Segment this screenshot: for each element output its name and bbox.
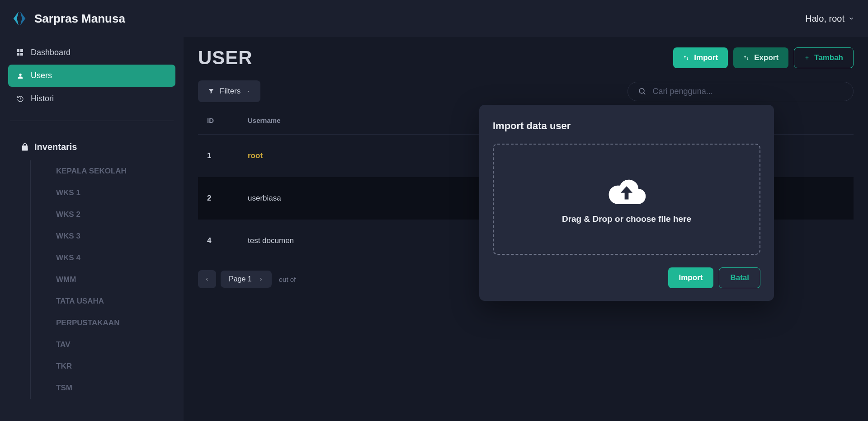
inventaris-item[interactable]: TKR [30, 356, 175, 377]
sidebar-item-dashboard[interactable]: Dashboard [8, 42, 175, 64]
modal-import-button[interactable]: Import [668, 267, 714, 288]
cloud-upload-icon [605, 174, 648, 206]
filters-button[interactable]: Filters [198, 80, 260, 102]
pager-out-of: out of [279, 276, 296, 283]
chevron-left-icon [204, 276, 210, 282]
inventaris-item[interactable]: TATA USAHA [30, 290, 175, 312]
pager-prev-button[interactable] [198, 270, 216, 288]
inventaris-item[interactable]: WKS 1 [30, 182, 175, 204]
dropzone[interactable]: Drag & Drop or choose file here [493, 144, 760, 255]
funnel-icon [208, 88, 214, 94]
topbar: Sarpras Manusa Halo, root [0, 0, 868, 37]
cell-id: 4 [198, 220, 239, 262]
inventaris-item[interactable]: WMM [30, 269, 175, 290]
grid-icon [16, 49, 24, 57]
sidebar-section-inventaris[interactable]: Inventaris [8, 138, 175, 160]
sidebar-divider [10, 121, 174, 121]
import-button[interactable]: Import [673, 47, 728, 68]
header-actions: Import Export Tambah [673, 47, 854, 68]
inventaris-item[interactable]: WKS 3 [30, 225, 175, 247]
svg-rect-2 [17, 53, 19, 56]
sidebar-item-users[interactable]: Users [8, 65, 175, 87]
add-button-label: Tambah [814, 53, 843, 62]
svg-rect-0 [17, 49, 19, 52]
main-content: USER Import Export Tambah Filters [184, 37, 868, 421]
user-menu[interactable]: Halo, root [805, 14, 854, 24]
swap-icon [743, 55, 750, 61]
sidebar-item-label: Users [31, 71, 52, 80]
toolbar: Filters [198, 80, 854, 102]
sidebar-section-label: Inventaris [34, 142, 77, 152]
svg-rect-3 [20, 53, 23, 56]
modal-title: Import data user [493, 120, 760, 132]
pager-page-label: Page 1 [229, 275, 252, 283]
search-input[interactable] [653, 87, 843, 96]
brand-logo-icon [11, 10, 28, 27]
svg-point-4 [19, 73, 21, 75]
history-icon [16, 95, 24, 103]
svg-rect-1 [20, 49, 23, 52]
page-header: USER Import Export Tambah [198, 47, 854, 69]
pager-page-pill[interactable]: Page 1 [221, 271, 272, 288]
import-modal: Import data user Drag & Drop or choose f… [479, 105, 774, 301]
inventaris-item[interactable]: TSM [30, 377, 175, 399]
inventaris-item[interactable]: WKS 4 [30, 247, 175, 269]
modal-actions: Import Batal [493, 267, 760, 288]
filters-button-label: Filters [220, 87, 241, 96]
svg-point-5 [639, 89, 644, 94]
cell-id: 2 [198, 177, 239, 220]
user-greeting: Halo, root [805, 14, 844, 24]
import-button-label: Import [694, 53, 718, 62]
username-link[interactable]: root [248, 151, 263, 160]
inventaris-item[interactable]: KEPALA SEKOLAH [30, 160, 175, 182]
caret-down-icon [246, 89, 250, 94]
dropzone-text: Drag & Drop or choose file here [562, 214, 691, 224]
inventaris-item[interactable]: WKS 2 [30, 204, 175, 225]
add-button[interactable]: Tambah [794, 47, 854, 68]
sidebar-item-histori[interactable]: Histori [8, 88, 175, 110]
export-button-label: Export [754, 53, 778, 62]
th-id: ID [198, 108, 239, 135]
chevron-down-icon [848, 15, 854, 22]
page-title: USER [198, 47, 253, 69]
search-wrap[interactable] [627, 82, 854, 101]
plus-icon [804, 55, 810, 61]
sidebar: Dashboard Users Histori Inventaris KEPAL… [0, 37, 184, 421]
chevron-right-icon [258, 276, 264, 282]
modal-cancel-button[interactable]: Batal [719, 267, 760, 288]
inventaris-item[interactable]: PERPUSTAKAAN [30, 312, 175, 334]
search-icon [638, 87, 646, 96]
inventaris-item[interactable]: TAV [30, 334, 175, 356]
bag-icon [21, 143, 29, 151]
sidebar-item-label: Histori [31, 94, 54, 103]
sidebar-item-label: Dashboard [31, 48, 71, 57]
export-button[interactable]: Export [733, 47, 788, 68]
swap-icon [683, 55, 689, 61]
brand: Sarpras Manusa [11, 10, 125, 27]
brand-name: Sarpras Manusa [34, 12, 125, 26]
cell-id: 1 [198, 135, 239, 178]
user-icon [16, 72, 24, 80]
